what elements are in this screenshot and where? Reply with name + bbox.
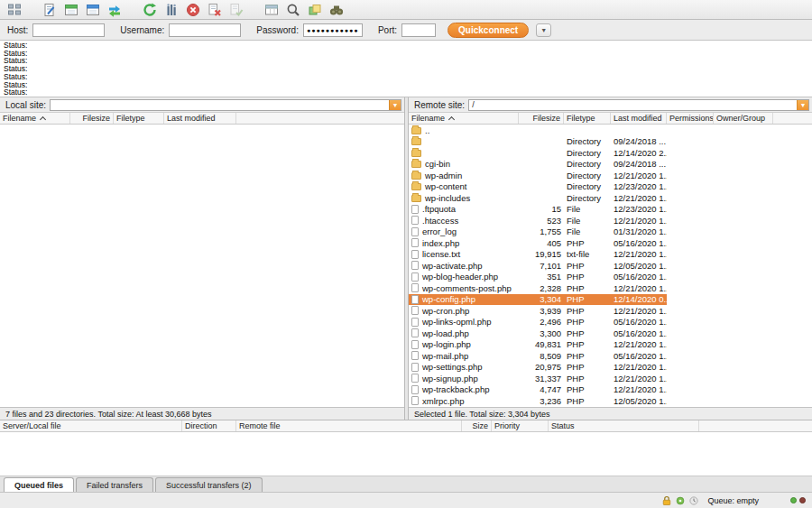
- file-row[interactable]: wp-signup.php31,337PHP12/21/2020 1...: [409, 373, 812, 384]
- file-name-cell: error_log: [409, 226, 519, 238]
- file-modified: 12/21/2020 1...: [611, 192, 667, 204]
- column-header-filename[interactable]: Filename: [0, 113, 70, 124]
- file-row[interactable]: wp-mail.php8,509PHP05/16/2020 1...: [409, 350, 812, 362]
- local-file-list[interactable]: [0, 125, 404, 407]
- file-row[interactable]: index.php405PHP05/16/2020 1...: [409, 237, 812, 249]
- file-row[interactable]: license.txt19,915txt-file12/21/2020 1...: [409, 249, 812, 261]
- file-row[interactable]: wp-config.php3,304PHP12/14/2020 0...: [409, 294, 812, 306]
- password-input[interactable]: [303, 23, 363, 37]
- quickconnect-button[interactable]: Quickconnect: [448, 23, 529, 38]
- column-header-permissions[interactable]: Permissions: [667, 113, 714, 124]
- directory-comparison-icon[interactable]: [307, 2, 322, 17]
- file-modified: 09/24/2018 ...: [611, 159, 667, 171]
- file-row[interactable]: cgi-binDirectory09/24/2018 ...: [409, 159, 812, 171]
- file-row[interactable]: wp-comments-post.php2,328PHP12/21/2020 1…: [409, 282, 812, 294]
- file-row[interactable]: wp-adminDirectory12/21/2020 1...: [409, 170, 812, 181]
- file-size: [519, 136, 564, 148]
- filter-icon[interactable]: [263, 2, 279, 17]
- file-row[interactable]: error_log1,755File01/31/2020 1...: [409, 226, 812, 238]
- host-label: Host:: [7, 25, 28, 35]
- username-input[interactable]: [169, 23, 241, 37]
- file-type: PHP: [564, 328, 611, 339]
- file-row[interactable]: wp-settings.php20,975PHP12/21/2020 1...: [409, 362, 812, 374]
- file-size: [519, 192, 564, 204]
- remote-site-combo[interactable]: / ▼: [468, 99, 809, 111]
- file-size: 3,304: [519, 294, 564, 306]
- column-header-direction[interactable]: Direction: [182, 420, 236, 431]
- file-row[interactable]: xmlrpc.php3,236PHP12/05/2020 1...: [409, 395, 812, 407]
- file-permissions: [667, 339, 714, 351]
- find-files-icon[interactable]: [328, 2, 344, 17]
- column-header-label: Filesize: [532, 114, 560, 123]
- file-row[interactable]: .htaccess523File12/21/2020 1...: [409, 215, 812, 226]
- file-row[interactable]: wp-blog-header.php351PHP05/16/2020 1...: [409, 272, 812, 283]
- file-row[interactable]: ..: [409, 125, 812, 136]
- column-header-filetype[interactable]: Filetype: [114, 113, 164, 124]
- remote-pane-toggle-icon[interactable]: [85, 2, 100, 17]
- column-header-filetype[interactable]: Filetype: [564, 113, 611, 124]
- file-row[interactable]: wp-links-opml.php2,496PHP05/16/2020 1...: [409, 317, 812, 328]
- column-header-filesize[interactable]: Filesize: [519, 113, 564, 124]
- process-queue-icon[interactable]: [163, 2, 179, 17]
- file-row[interactable]: wp-contentDirectory12/23/2020 1...: [409, 181, 812, 193]
- column-header-last-modified[interactable]: Last modified: [611, 113, 667, 124]
- column-header-last-modified[interactable]: Last modified: [164, 113, 236, 124]
- file-row[interactable]: wp-activate.php7,101PHP12/05/2020 1...: [409, 260, 812, 272]
- file-owner-group: [714, 159, 773, 171]
- refresh-icon[interactable]: [142, 2, 157, 17]
- column-header-owner-group[interactable]: Owner/Group: [714, 113, 773, 124]
- file-size: 49,831: [519, 339, 564, 351]
- file-row[interactable]: wp-load.php3,300PHP05/16/2020 1...: [409, 328, 812, 339]
- file-row[interactable]: wp-trackback.php4,747PHP12/21/2020 1...: [409, 384, 812, 396]
- file-name: xmlrpc.php: [422, 396, 464, 406]
- local-site-combo[interactable]: ▼: [50, 99, 401, 111]
- column-header-status[interactable]: Status: [549, 420, 699, 431]
- column-header-server-local-file[interactable]: Server/Local file: [0, 420, 182, 431]
- file-modified: 12/05/2020 1...: [611, 395, 667, 407]
- synchronized-browsing-icon[interactable]: [106, 2, 122, 17]
- cancel-icon[interactable]: [185, 2, 200, 17]
- view-log-icon[interactable]: [42, 2, 57, 17]
- file-icon: [411, 306, 419, 315]
- file-name-cell: wp-includes: [409, 192, 519, 204]
- column-header-label: Remote file: [239, 421, 281, 430]
- disconnect-icon[interactable]: [207, 2, 222, 17]
- reconnect-icon[interactable]: [228, 2, 244, 17]
- host-input[interactable]: [32, 23, 105, 37]
- port-input[interactable]: [401, 23, 436, 37]
- column-header-remote-file[interactable]: Remote file: [236, 420, 462, 431]
- column-header-filename[interactable]: Filename: [409, 113, 519, 124]
- file-row[interactable]: Directory12/14/2020 2...: [409, 147, 812, 159]
- file-row[interactable]: .ftpquota15File12/23/2020 1...: [409, 204, 812, 216]
- remote-file-list[interactable]: ..Directory09/24/2018 ...Directory12/14/…: [409, 125, 812, 407]
- column-header-label: Filetype: [116, 114, 145, 123]
- gear-icon[interactable]: [675, 495, 686, 506]
- transfer-queue-list[interactable]: [0, 432, 812, 476]
- column-header-filesize[interactable]: Filesize: [70, 113, 114, 124]
- chevron-down-icon[interactable]: ▼: [797, 100, 808, 110]
- file-row[interactable]: wp-includesDirectory12/21/2020 1...: [409, 192, 812, 204]
- file-modified: 05/16/2020 1...: [611, 328, 667, 339]
- file-name: wp-settings.php: [422, 362, 483, 372]
- site-manager-icon[interactable]: [6, 2, 22, 17]
- local-pane-toggle-icon[interactable]: [63, 2, 78, 17]
- tab-queued-files[interactable]: Queued files: [4, 477, 74, 492]
- file-row[interactable]: Directory09/24/2018 ...: [409, 136, 812, 148]
- tab-successful-transfers-2[interactable]: Successful transfers (2): [155, 477, 263, 492]
- lock-icon[interactable]: [661, 495, 672, 506]
- file-size: 1,755: [519, 226, 564, 238]
- file-row[interactable]: wp-login.php49,831PHP12/21/2020 1...: [409, 339, 812, 351]
- file-owner-group: [714, 237, 773, 249]
- file-modified: 12/21/2020 1...: [611, 339, 667, 351]
- file-name: wp-blog-header.php: [422, 272, 498, 282]
- column-header-size[interactable]: Size: [462, 420, 492, 431]
- quickconnect-dropdown-button[interactable]: ▼: [536, 23, 551, 37]
- file-name: wp-load.php: [422, 328, 469, 338]
- file-size: 31,337: [519, 373, 564, 384]
- chevron-down-icon[interactable]: ▼: [389, 100, 401, 110]
- clock-icon[interactable]: [688, 495, 699, 506]
- tab-failed-transfers[interactable]: Failed transfers: [76, 477, 153, 492]
- file-row[interactable]: wp-cron.php3,939PHP12/21/2020 1...: [409, 305, 812, 317]
- column-header-priority[interactable]: Priority: [492, 420, 549, 431]
- search-icon[interactable]: [285, 2, 300, 17]
